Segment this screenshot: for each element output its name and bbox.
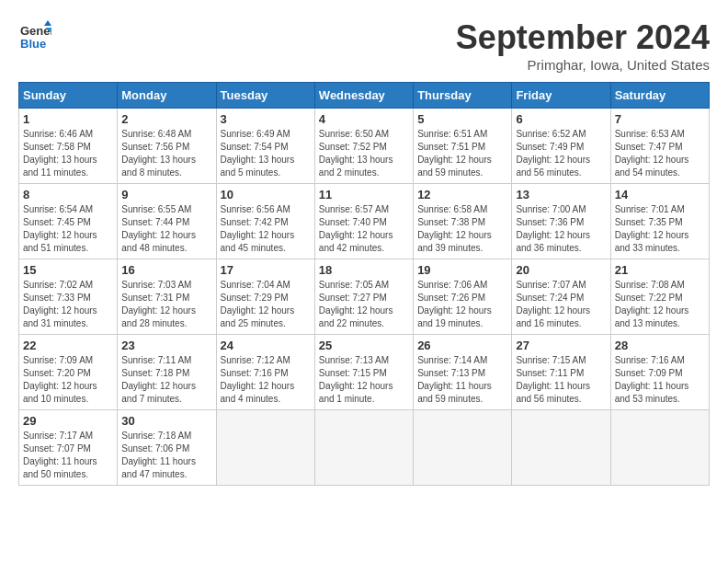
svg-marker-2 — [44, 20, 51, 26]
location-subtitle: Primghar, Iowa, United States — [456, 57, 710, 73]
calendar-week-row: 15 Sunrise: 7:02 AM Sunset: 7:33 PM Dayl… — [19, 259, 710, 335]
page-header: General Blue September 2024 Primghar, Io… — [18, 18, 710, 73]
table-row: 20 Sunrise: 7:07 AM Sunset: 7:24 PM Dayl… — [512, 259, 610, 335]
table-row: 17 Sunrise: 7:04 AM Sunset: 7:29 PM Dayl… — [216, 259, 314, 335]
table-row: 28 Sunrise: 7:16 AM Sunset: 7:09 PM Dayl… — [610, 335, 709, 410]
table-row: 21 Sunrise: 7:08 AM Sunset: 7:22 PM Dayl… — [610, 259, 709, 335]
table-row: 12 Sunrise: 6:58 AM Sunset: 7:38 PM Dayl… — [414, 184, 512, 259]
table-row: 6 Sunrise: 6:52 AM Sunset: 7:49 PM Dayli… — [512, 109, 610, 184]
table-row: 24 Sunrise: 7:12 AM Sunset: 7:16 PM Dayl… — [216, 335, 314, 410]
month-year-title: September 2024 — [456, 18, 710, 57]
table-row: 19 Sunrise: 7:06 AM Sunset: 7:26 PM Dayl… — [414, 259, 512, 335]
header-wednesday: Wednesday — [314, 83, 413, 109]
calendar-week-row: 29 Sunrise: 7:17 AM Sunset: 7:07 PM Dayl… — [19, 410, 710, 486]
empty-cell — [314, 410, 413, 486]
calendar-week-row: 1 Sunrise: 6:46 AM Sunset: 7:58 PM Dayli… — [19, 109, 710, 184]
logo-icon: General Blue — [18, 18, 51, 52]
days-header-row: Sunday Monday Tuesday Wednesday Thursday… — [19, 83, 710, 109]
calendar-week-row: 22 Sunrise: 7:09 AM Sunset: 7:20 PM Dayl… — [19, 335, 710, 410]
table-row: 22 Sunrise: 7:09 AM Sunset: 7:20 PM Dayl… — [19, 335, 118, 410]
table-row: 26 Sunrise: 7:14 AM Sunset: 7:13 PM Dayl… — [414, 335, 512, 410]
table-row: 1 Sunrise: 6:46 AM Sunset: 7:58 PM Dayli… — [19, 109, 118, 184]
header-monday: Monday — [118, 83, 216, 109]
table-row: 4 Sunrise: 6:50 AM Sunset: 7:52 PM Dayli… — [314, 109, 413, 184]
table-row: 2 Sunrise: 6:48 AM Sunset: 7:56 PM Dayli… — [118, 109, 216, 184]
header-friday: Friday — [512, 83, 610, 109]
table-row: 5 Sunrise: 6:51 AM Sunset: 7:51 PM Dayli… — [414, 109, 512, 184]
header-thursday: Thursday — [414, 83, 512, 109]
svg-text:General: General — [20, 24, 51, 38]
empty-cell — [512, 410, 610, 486]
header-tuesday: Tuesday — [216, 83, 314, 109]
table-row: 15 Sunrise: 7:02 AM Sunset: 7:33 PM Dayl… — [19, 259, 118, 335]
empty-cell — [610, 410, 709, 486]
empty-cell — [216, 410, 314, 486]
header-sunday: Sunday — [19, 83, 118, 109]
table-row: 23 Sunrise: 7:11 AM Sunset: 7:18 PM Dayl… — [118, 335, 216, 410]
title-block: September 2024 Primghar, Iowa, United St… — [456, 18, 710, 73]
table-row: 7 Sunrise: 6:53 AM Sunset: 7:47 PM Dayli… — [610, 109, 709, 184]
table-row: 9 Sunrise: 6:55 AM Sunset: 7:44 PM Dayli… — [118, 184, 216, 259]
header-saturday: Saturday — [610, 83, 709, 109]
logo: General Blue — [18, 18, 51, 52]
table-row: 18 Sunrise: 7:05 AM Sunset: 7:27 PM Dayl… — [314, 259, 413, 335]
table-row: 10 Sunrise: 6:56 AM Sunset: 7:42 PM Dayl… — [216, 184, 314, 259]
table-row: 8 Sunrise: 6:54 AM Sunset: 7:45 PM Dayli… — [19, 184, 118, 259]
table-row: 30 Sunrise: 7:18 AM Sunset: 7:06 PM Dayl… — [118, 410, 216, 486]
table-row: 16 Sunrise: 7:03 AM Sunset: 7:31 PM Dayl… — [118, 259, 216, 335]
empty-cell — [414, 410, 512, 486]
table-row: 3 Sunrise: 6:49 AM Sunset: 7:54 PM Dayli… — [216, 109, 314, 184]
table-row: 11 Sunrise: 6:57 AM Sunset: 7:40 PM Dayl… — [314, 184, 413, 259]
table-row: 29 Sunrise: 7:17 AM Sunset: 7:07 PM Dayl… — [19, 410, 118, 486]
calendar-week-row: 8 Sunrise: 6:54 AM Sunset: 7:45 PM Dayli… — [19, 184, 710, 259]
table-row: 13 Sunrise: 7:00 AM Sunset: 7:36 PM Dayl… — [512, 184, 610, 259]
table-row: 25 Sunrise: 7:13 AM Sunset: 7:15 PM Dayl… — [314, 335, 413, 410]
table-row: 14 Sunrise: 7:01 AM Sunset: 7:35 PM Dayl… — [610, 184, 709, 259]
table-row: 27 Sunrise: 7:15 AM Sunset: 7:11 PM Dayl… — [512, 335, 610, 410]
svg-text:Blue: Blue — [20, 37, 46, 51]
calendar-table: Sunday Monday Tuesday Wednesday Thursday… — [18, 82, 710, 486]
